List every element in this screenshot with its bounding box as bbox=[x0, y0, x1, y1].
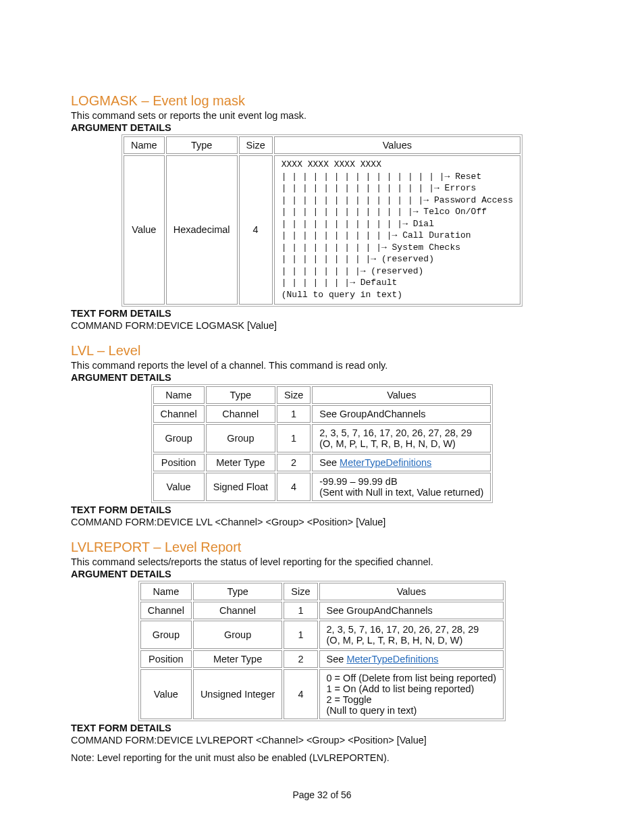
th-values: Values bbox=[274, 136, 520, 154]
cell-values: See GroupAndChannels bbox=[312, 405, 491, 423]
cell-values: See MeterTypeDefinitions bbox=[319, 650, 504, 668]
section-description: This command reports the level of a chan… bbox=[71, 360, 573, 371]
cell-type: Unsigned Integer bbox=[193, 669, 282, 719]
command-note: Note: Level reporting for the unit must … bbox=[71, 752, 573, 763]
page-footer: Page 32 of 56 bbox=[0, 789, 644, 800]
command-section: LOGMASK – Event log maskThis command set… bbox=[71, 93, 573, 331]
cell-size: 1 bbox=[277, 405, 311, 423]
command-form: COMMAND FORM:DEVICE LVLREPORT <Channel> … bbox=[71, 735, 573, 746]
section-description: This command selects/reports the status … bbox=[71, 556, 573, 567]
table-row: PositionMeter Type2See MeterTypeDefiniti… bbox=[140, 650, 504, 668]
cell-size: 1 bbox=[277, 424, 311, 452]
cell-values: See GroupAndChannels bbox=[319, 602, 504, 619]
th-values: Values bbox=[312, 386, 491, 404]
th-name: Name bbox=[140, 583, 192, 600]
section-heading: LOGMASK – Event log mask bbox=[71, 93, 573, 109]
cell-name: Value bbox=[140, 669, 192, 719]
cell-size: 1 bbox=[284, 602, 317, 619]
table-row: ValueSigned Float4-99.99 – 99.99 dB(Sent… bbox=[153, 473, 491, 501]
command-form: COMMAND FORM:DEVICE LVL <Channel> <Group… bbox=[71, 517, 573, 527]
th-type: Type bbox=[193, 583, 282, 600]
cell-size: 1 bbox=[284, 621, 317, 649]
cell-name: Position bbox=[140, 650, 192, 668]
table-row: GroupGroup12, 3, 5, 7, 16, 17, 20, 26, 2… bbox=[140, 621, 504, 649]
command-section: LVL – LevelThis command reports the leve… bbox=[71, 343, 573, 527]
cell-name: Group bbox=[153, 424, 205, 452]
cell-values: XXXX XXXX XXXX XXXX| | | | | | | | | | |… bbox=[274, 155, 520, 305]
table-row: ValueHexadecimal4XXXX XXXX XXXX XXXX| | … bbox=[124, 155, 520, 305]
th-size: Size bbox=[239, 136, 273, 154]
values-mono: XXXX XXXX XXXX XXXX| | | | | | | | | | |… bbox=[281, 159, 513, 301]
cell-size: 4 bbox=[239, 155, 273, 305]
table-row: GroupGroup12, 3, 5, 7, 16, 17, 20, 26, 2… bbox=[153, 424, 491, 452]
cell-size: 4 bbox=[284, 669, 317, 719]
cell-name: Channel bbox=[140, 602, 192, 619]
argument-table: NameTypeSizeValuesChannelChannel1See Gro… bbox=[138, 581, 506, 721]
argument-details-label: ARGUMENT DETAILS bbox=[71, 569, 573, 579]
section-description: This command sets or reports the unit ev… bbox=[71, 110, 573, 121]
table-row: ValueUnsigned Integer40 = Off (Delete fr… bbox=[140, 669, 504, 719]
table-header-row: NameTypeSizeValues bbox=[124, 136, 520, 154]
table-row: PositionMeter Type2See MeterTypeDefiniti… bbox=[153, 454, 491, 471]
argument-details-label: ARGUMENT DETAILS bbox=[71, 372, 573, 383]
argument-table: NameTypeSizeValuesValueHexadecimal4XXXX … bbox=[122, 134, 522, 307]
cell-name: Channel bbox=[153, 405, 205, 423]
th-type: Type bbox=[166, 136, 238, 154]
cell-type: Channel bbox=[193, 602, 282, 619]
cell-type: Group bbox=[193, 621, 282, 649]
th-size: Size bbox=[284, 583, 317, 600]
cell-type: Signed Float bbox=[206, 473, 275, 501]
cell-values: 2, 3, 5, 7, 16, 17, 20, 26, 27, 28, 29(O… bbox=[319, 621, 504, 649]
cell-values: See MeterTypeDefinitions bbox=[312, 454, 491, 471]
section-heading: LVLREPORT – Level Report bbox=[71, 540, 573, 555]
command-form: COMMAND FORM:DEVICE LOGMASK [Value] bbox=[71, 320, 573, 331]
th-name: Name bbox=[124, 136, 165, 154]
cell-size: 2 bbox=[277, 454, 311, 471]
cell-type: Group bbox=[206, 424, 275, 452]
table-row: ChannelChannel1See GroupAndChannels bbox=[140, 602, 504, 619]
section-heading: LVL – Level bbox=[71, 343, 573, 359]
document-page: LOGMASK – Event log maskThis command set… bbox=[0, 0, 644, 834]
cell-name: Position bbox=[153, 454, 205, 471]
text-form-details-label: TEXT FORM DETAILS bbox=[71, 504, 573, 515]
th-type: Type bbox=[206, 386, 275, 404]
cell-name: Value bbox=[153, 473, 205, 501]
cell-values: -99.99 – 99.99 dB(Sent with Null in text… bbox=[312, 473, 491, 501]
values-link[interactable]: MeterTypeDefinitions bbox=[340, 457, 431, 468]
th-values: Values bbox=[319, 583, 504, 600]
cell-type: Channel bbox=[206, 405, 275, 423]
table-header-row: NameTypeSizeValues bbox=[140, 583, 504, 600]
cell-type: Hexadecimal bbox=[166, 155, 238, 305]
cell-type: Meter Type bbox=[206, 454, 275, 471]
cell-size: 4 bbox=[277, 473, 311, 501]
command-section: LVLREPORT – Level ReportThis command sel… bbox=[71, 540, 573, 763]
text-form-details-label: TEXT FORM DETAILS bbox=[71, 308, 573, 319]
cell-type: Meter Type bbox=[193, 650, 282, 668]
cell-values: 2, 3, 5, 7, 16, 17, 20, 26, 27, 28, 29(O… bbox=[312, 424, 491, 452]
text-form-details-label: TEXT FORM DETAILS bbox=[71, 723, 573, 733]
cell-values: 0 = Off (Delete from list being reported… bbox=[319, 669, 504, 719]
th-size: Size bbox=[277, 386, 311, 404]
th-name: Name bbox=[153, 386, 205, 404]
cell-name: Group bbox=[140, 621, 192, 649]
argument-details-label: ARGUMENT DETAILS bbox=[71, 122, 573, 133]
table-header-row: NameTypeSizeValues bbox=[153, 386, 491, 404]
cell-name: Value bbox=[124, 155, 165, 305]
table-row: ChannelChannel1See GroupAndChannels bbox=[153, 405, 491, 423]
values-link[interactable]: MeterTypeDefinitions bbox=[346, 654, 438, 664]
argument-table: NameTypeSizeValuesChannelChannel1See Gro… bbox=[151, 384, 493, 503]
cell-size: 2 bbox=[284, 650, 317, 668]
sections-container: LOGMASK – Event log maskThis command set… bbox=[71, 93, 573, 763]
